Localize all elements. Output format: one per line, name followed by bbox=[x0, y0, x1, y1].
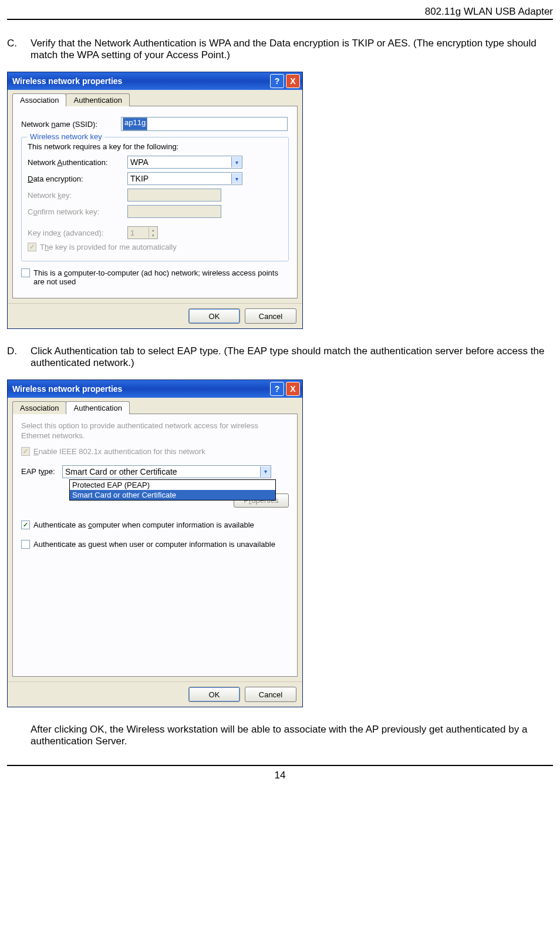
enable-8021x-label: Enable IEEE 802.1x authentication for th… bbox=[33, 447, 205, 456]
ok-button[interactable]: OK bbox=[188, 308, 240, 324]
eap-dropdown-list[interactable]: Protected EAP (PEAP) Smart Card or other… bbox=[69, 479, 276, 501]
tab-association[interactable]: Association bbox=[12, 401, 66, 414]
tabs: Association Authentication bbox=[12, 93, 298, 106]
net-auth-combo[interactable]: WPA ▾ bbox=[127, 156, 242, 169]
data-enc-label: Data encryption: bbox=[28, 174, 127, 183]
tab-association[interactable]: Association bbox=[12, 93, 66, 106]
step-c-text: Verify that the Network Authentication i… bbox=[31, 38, 553, 61]
step-d-text: Click Authentication tab to select EAP t… bbox=[31, 345, 553, 369]
adhoc-label: This is a computer-to-computer (ad hoc) … bbox=[33, 268, 289, 286]
chevron-down-icon: ▾ bbox=[260, 466, 271, 477]
cancel-button[interactable]: Cancel bbox=[245, 308, 296, 324]
tab-authentication[interactable]: Authentication bbox=[66, 401, 129, 414]
wireless-key-group: Wireless network key This network requir… bbox=[21, 137, 289, 261]
data-enc-combo[interactable]: TKIP ▾ bbox=[127, 172, 242, 185]
autokey-checkbox: ✓ bbox=[28, 243, 36, 251]
key-index-value: 1 bbox=[130, 229, 134, 237]
cancel-button[interactable]: Cancel bbox=[245, 687, 296, 702]
after-text-block: After clicking OK, the Wireless workstat… bbox=[7, 724, 553, 747]
titlebar: Wireless network properties ? X bbox=[8, 380, 302, 398]
ok-button[interactable]: OK bbox=[188, 687, 240, 702]
page-number: 14 bbox=[7, 765, 553, 781]
eap-option-smartcard[interactable]: Smart Card or other Certificate bbox=[70, 490, 275, 500]
dialog-authentication: Wireless network properties ? X Associat… bbox=[7, 379, 303, 707]
after-text: After clicking OK, the Wireless workstat… bbox=[31, 724, 553, 747]
titlebar: Wireless network properties ? X bbox=[8, 72, 302, 90]
close-icon[interactable]: X bbox=[286, 382, 300, 396]
auth-as-guest-checkbox[interactable] bbox=[21, 540, 30, 549]
adhoc-checkbox[interactable] bbox=[21, 268, 30, 277]
net-key-label: Network key: bbox=[28, 191, 127, 200]
step-c-letter: C. bbox=[7, 38, 31, 61]
dialog-title: Wireless network properties bbox=[12, 76, 122, 86]
ssid-label: Network name (SSID): bbox=[21, 120, 121, 129]
eap-type-label: EAP type: bbox=[21, 467, 62, 476]
data-enc-value: TKIP bbox=[130, 174, 149, 183]
ssid-input[interactable]: ap11g bbox=[121, 117, 288, 131]
net-auth-value: WPA bbox=[130, 157, 149, 167]
help-icon[interactable]: ? bbox=[270, 74, 284, 88]
instruction-c: C. Verify that the Network Authenticatio… bbox=[7, 38, 553, 61]
group-legend: Wireless network key bbox=[28, 132, 104, 141]
instruction-d: D. Click Authentication tab to select EA… bbox=[7, 345, 553, 369]
requires-key-text: This network requires a key for the foll… bbox=[28, 142, 282, 151]
tabs: Association Authentication bbox=[12, 401, 298, 414]
confirm-key-label: Confirm network key: bbox=[28, 207, 127, 216]
help-icon[interactable]: ? bbox=[270, 382, 284, 396]
auth-desc: Select this option to provide authentica… bbox=[21, 421, 289, 441]
ssid-value: ap11g bbox=[123, 117, 147, 130]
eap-option-peap[interactable]: Protected EAP (PEAP) bbox=[70, 480, 275, 490]
dialog-association: Wireless network properties ? X Associat… bbox=[7, 72, 303, 329]
eap-type-value: Smart Card or other Certificate bbox=[65, 467, 177, 476]
net-auth-label: Network Authentication: bbox=[28, 158, 127, 167]
chevron-down-icon: ▾ bbox=[231, 173, 242, 184]
step-d-letter: D. bbox=[7, 345, 31, 369]
close-icon[interactable]: X bbox=[286, 74, 300, 88]
net-key-input bbox=[127, 189, 221, 201]
tab-authentication[interactable]: Authentication bbox=[66, 93, 129, 106]
auth-as-guest-label: Authenticate as guest when user or compu… bbox=[33, 540, 275, 549]
auth-as-computer-label: Authenticate as computer when computer i… bbox=[33, 520, 254, 529]
page-header: 802.11g WLAN USB Adapter bbox=[7, 6, 553, 20]
enable-8021x-checkbox: ✓ bbox=[21, 447, 30, 456]
dialog-title: Wireless network properties bbox=[12, 384, 122, 394]
autokey-label: The key is provided for me automatically bbox=[40, 243, 177, 251]
chevron-down-icon: ▾ bbox=[231, 157, 242, 167]
key-index-label: Key index (advanced): bbox=[28, 229, 127, 237]
key-index-spinner: 1 ▴▾ bbox=[127, 226, 158, 239]
auth-as-computer-checkbox[interactable]: ✓ bbox=[21, 520, 30, 529]
eap-type-combo[interactable]: Smart Card or other Certificate ▾ bbox=[62, 465, 271, 478]
confirm-key-input bbox=[127, 205, 221, 218]
